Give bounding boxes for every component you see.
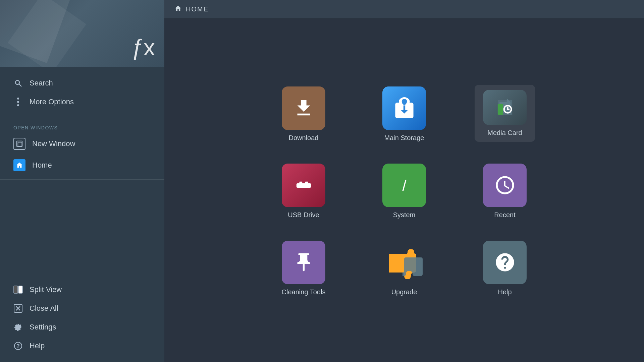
settings-label: Settings	[30, 323, 56, 331]
system-item[interactable]: / System	[374, 162, 434, 219]
media-card-label: Media Card	[487, 129, 522, 137]
logo: ƒx	[131, 34, 154, 60]
more-options-label: More Options	[30, 98, 74, 106]
svg-rect-5	[17, 141, 22, 147]
sidebar: ƒx Search More Options OPEN WINDOWS	[0, 0, 164, 362]
recent-icon	[483, 164, 527, 207]
split-view-item[interactable]: Split View	[0, 280, 164, 299]
recent-item[interactable]: Recent	[475, 162, 535, 219]
svg-rect-18	[305, 182, 308, 185]
main-storage-label: Main Storage	[384, 134, 424, 142]
open-windows-label: OPEN WINDOWS	[0, 118, 164, 133]
cleaning-tools-label: Cleaning Tools	[282, 288, 326, 296]
main-storage-item[interactable]: Main Storage	[374, 85, 434, 142]
media-card-item[interactable]: Media Card	[475, 85, 535, 142]
usb-drive-label: USB Drive	[288, 211, 319, 219]
settings-item[interactable]: Settings	[0, 318, 164, 337]
search-label: Search	[30, 79, 53, 87]
cleaning-tools-item[interactable]: Cleaning Tools	[273, 239, 334, 296]
svg-rect-8	[18, 286, 22, 293]
svg-text:?: ?	[16, 343, 20, 349]
svg-point-0	[15, 80, 19, 84]
split-view-icon	[13, 285, 23, 294]
home-label: Home	[32, 161, 52, 170]
topbar: Home	[164, 0, 644, 18]
close-all-item[interactable]: Close All	[0, 299, 164, 318]
main-storage-icon	[382, 86, 426, 130]
system-icon: /	[382, 164, 426, 207]
new-window-item[interactable]: New Window	[0, 133, 164, 155]
svg-rect-17	[299, 182, 302, 185]
close-all-label: Close All	[30, 304, 58, 313]
sidebar-header: ƒx	[0, 0, 164, 67]
sidebar-divider	[0, 179, 164, 180]
split-view-label: Split View	[30, 285, 62, 294]
usb-drive-icon	[282, 164, 325, 207]
help-label: Help	[30, 342, 45, 350]
help-icon: ?	[13, 341, 23, 351]
more-options-item[interactable]: More Options	[0, 93, 164, 111]
close-all-icon	[13, 304, 23, 313]
breadcrumb: Home	[186, 5, 209, 13]
svg-rect-14	[497, 104, 503, 115]
svg-rect-6	[18, 142, 22, 146]
svg-line-1	[19, 84, 21, 86]
download-icon	[282, 86, 325, 130]
svg-point-2	[17, 98, 19, 100]
home-window-item[interactable]: Home	[0, 155, 164, 176]
upgrade-icon	[382, 241, 426, 284]
new-window-icon	[13, 138, 25, 150]
svg-rect-16	[296, 183, 311, 188]
search-icon	[13, 78, 23, 88]
settings-icon	[13, 322, 23, 332]
app-grid: Download Main Storage	[273, 85, 535, 296]
help-grid-icon	[483, 241, 527, 284]
usb-drive-item[interactable]: USB Drive	[273, 162, 334, 219]
svg-rect-7	[14, 286, 18, 293]
main-content: Home Download Main Storage	[164, 0, 644, 362]
download-label: Download	[289, 134, 319, 142]
help-grid-item[interactable]: Help	[475, 239, 535, 296]
search-item[interactable]: Search	[0, 74, 164, 93]
media-card-icon	[483, 90, 527, 125]
upgrade-item[interactable]: Upgrade	[374, 239, 434, 296]
home-breadcrumb-icon	[174, 5, 182, 14]
help-item[interactable]: ? Help	[0, 337, 164, 355]
sidebar-bottom: Split View Close All Settings	[0, 274, 164, 362]
home-active-icon	[13, 159, 25, 171]
upgrade-label: Upgrade	[391, 288, 417, 296]
svg-point-4	[17, 104, 19, 106]
svg-text:/: /	[402, 177, 407, 194]
grid-area: Download Main Storage	[164, 18, 644, 362]
system-label: System	[393, 211, 416, 219]
more-options-icon	[13, 97, 23, 107]
new-window-label: New Window	[32, 139, 75, 148]
svg-point-3	[17, 101, 19, 103]
sidebar-menu: Search More Options	[0, 67, 164, 118]
help-grid-label: Help	[498, 288, 512, 296]
cleaning-tools-icon	[282, 241, 325, 284]
recent-label: Recent	[494, 211, 515, 219]
download-item[interactable]: Download	[273, 85, 334, 142]
